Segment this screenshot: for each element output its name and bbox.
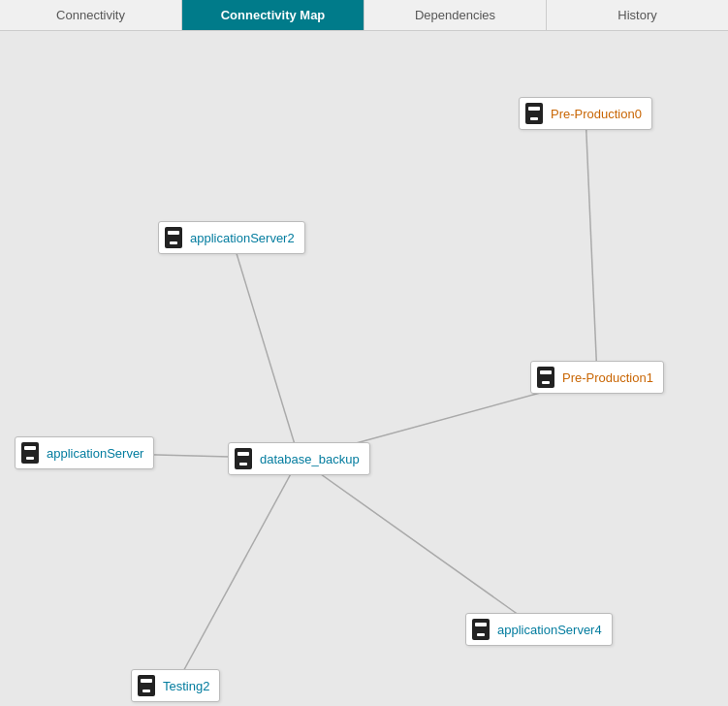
node-label: Pre-Production0 [551,107,642,121]
server-icon [537,367,554,388]
tab-connectivity-map[interactable]: Connectivity Map [182,0,364,30]
node-applicationserver[interactable]: applicationServer [15,436,154,469]
server-icon [235,448,252,469]
node-testing2[interactable]: Testing2 [131,669,220,702]
node-applicationserver4[interactable]: applicationServer4 [465,613,613,646]
node-label: applicationServer [47,446,143,461]
tabs-bar: Connectivity Connectivity Map Dependenci… [0,0,728,31]
svg-line-4 [300,459,540,629]
svg-line-5 [175,459,300,686]
node-applicationserver2[interactable]: applicationServer2 [158,221,305,254]
node-label: Pre-Production1 [562,370,653,385]
node-database-backup[interactable]: database_backup [228,442,370,475]
server-icon [21,442,39,464]
node-label: applicationServer4 [497,623,602,637]
node-label: Testing2 [163,679,209,693]
tab-dependencies[interactable]: Dependencies [364,0,547,30]
tab-history[interactable]: History [547,0,728,30]
svg-line-0 [586,113,597,377]
tab-connectivity[interactable]: Connectivity [0,0,182,30]
node-pre-production0[interactable]: Pre-Production0 [519,97,652,130]
node-label: applicationServer2 [190,231,295,245]
connectivity-map-area: Pre-Production0Pre-Production1applicatio… [0,31,728,706]
node-label: database_backup [260,452,360,466]
server-icon [472,619,490,640]
server-icon [525,103,543,124]
node-pre-production1[interactable]: Pre-Production1 [530,361,664,394]
server-icon [138,675,155,696]
svg-line-1 [232,238,300,459]
server-icon [165,227,182,248]
